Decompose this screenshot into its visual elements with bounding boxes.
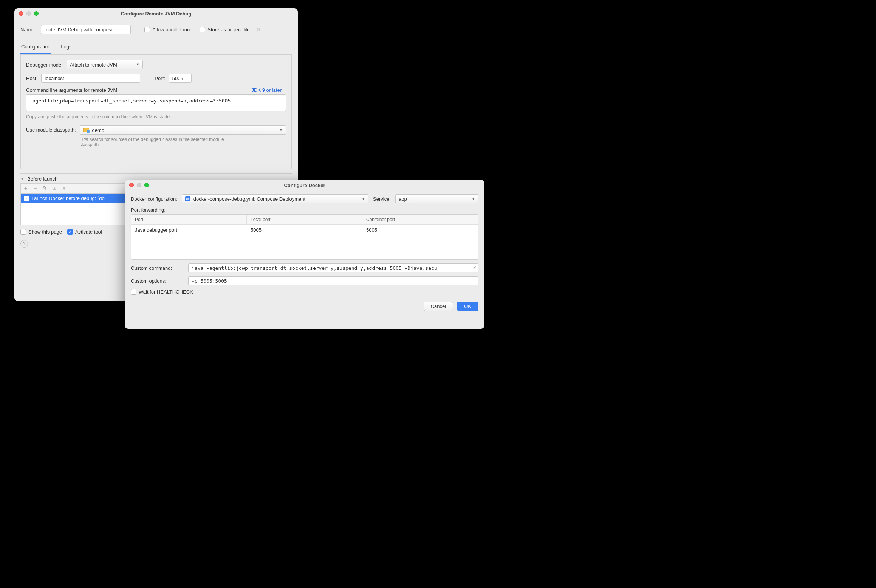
wait-healthcheck-checkbox[interactable]: Wait for HEALTHCHECK — [131, 289, 478, 295]
expand-icon[interactable]: ⤢ — [473, 265, 476, 270]
tab-configuration[interactable]: Configuration — [20, 41, 51, 54]
name-input[interactable] — [41, 25, 131, 34]
add-icon[interactable]: ＋ — [23, 185, 28, 192]
col-port: Port — [131, 215, 247, 224]
debugger-mode-select[interactable]: Attach to remote JVM▼ — [67, 60, 143, 69]
custom-options-label: Custom options: — [131, 278, 184, 284]
debugger-mode-label: Debugger mode: — [26, 62, 63, 68]
classpath-hint: First search for sources of the debugged… — [80, 137, 231, 147]
classpath-label: Use module classpath: — [26, 125, 76, 133]
port-forward-table: Port Local port Container port Java debu… — [131, 214, 478, 260]
docker-config-select[interactable]: dc docker-compose-debug.yml: Compose Dep… — [182, 194, 368, 203]
show-this-page-checkbox[interactable]: Show this page — [20, 229, 62, 235]
zoom-icon[interactable] — [34, 11, 39, 16]
port-forward-label: Port forwarding: — [131, 207, 166, 213]
close-icon[interactable] — [129, 183, 134, 187]
col-container: Container port — [362, 215, 478, 224]
gear-icon[interactable]: ⚙ — [256, 26, 261, 32]
traffic-lights — [125, 183, 149, 187]
window-title: Configure Docker — [125, 183, 484, 188]
docker-compose-icon: dc — [24, 196, 29, 201]
host-input[interactable] — [41, 74, 140, 83]
ok-button[interactable]: OK — [457, 302, 478, 311]
titlebar: Configure Docker — [125, 180, 484, 190]
cli-hint: Copy and paste the arguments to the comm… — [26, 114, 286, 119]
cancel-button[interactable]: Cancel — [424, 302, 453, 311]
cli-args-label: Command line arguments for remote JVM: — [26, 87, 119, 93]
host-label: Host: — [26, 76, 37, 81]
custom-options-input[interactable] — [188, 276, 478, 285]
port-label: Port: — [155, 76, 165, 81]
move-up-icon[interactable]: ▲ — [52, 185, 57, 192]
docker-config-label: Docker configuration: — [131, 196, 177, 202]
table-row[interactable]: Java debugger port 5005 5005 — [131, 225, 478, 235]
custom-command-label: Custom command: — [131, 265, 184, 271]
zoom-icon[interactable] — [144, 183, 149, 187]
help-icon[interactable]: ? — [20, 240, 28, 248]
allow-parallel-checkbox[interactable]: Allow parallel run — [144, 27, 190, 32]
custom-command-input[interactable] — [188, 263, 478, 272]
docker-compose-icon: dc — [185, 196, 190, 201]
close-icon[interactable] — [19, 11, 23, 16]
configure-docker-window: Configure Docker Docker configuration: d… — [125, 180, 484, 329]
service-select[interactable]: app▼ — [395, 194, 478, 203]
remove-icon[interactable]: － — [33, 185, 38, 192]
traffic-lights — [14, 11, 39, 16]
window-title: Configure Remote JVM Debug — [14, 11, 298, 17]
service-label: Service: — [373, 196, 391, 202]
col-local: Local port — [247, 215, 362, 224]
module-icon — [83, 128, 89, 132]
edit-icon[interactable]: ✎ — [43, 185, 47, 192]
minimize-icon[interactable] — [137, 183, 141, 187]
move-down-icon[interactable]: ▼ — [62, 185, 67, 192]
port-input[interactable] — [169, 74, 192, 83]
store-as-file-checkbox[interactable]: Store as project file — [200, 27, 249, 32]
titlebar: Configure Remote JVM Debug — [14, 8, 298, 19]
activate-tool-checkbox[interactable]: ✓Activate tool — [67, 229, 102, 235]
minimize-icon[interactable] — [26, 11, 31, 16]
tab-logs[interactable]: Logs — [60, 41, 72, 54]
name-label: Name: — [20, 27, 35, 32]
cli-args-field[interactable]: -agentlib:jdwp=transport=dt_socket,serve… — [26, 94, 286, 111]
classpath-select[interactable]: demo ▼ — [80, 125, 286, 135]
jdk-version-select[interactable]: JDK 9 or later ⌄ — [252, 87, 286, 93]
chevron-down-icon: ▼ — [20, 177, 24, 181]
